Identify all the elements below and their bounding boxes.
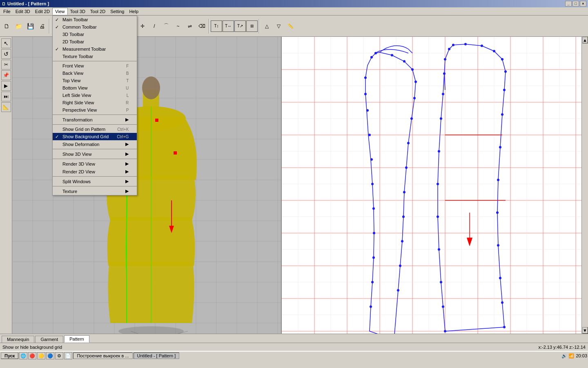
sidebar-measure[interactable]: 📐 [1,102,11,112]
toolbar-mirror[interactable]: ⇌ [184,20,196,32]
svg-point-74 [364,76,367,79]
svg-point-114 [444,330,446,332]
toolbar-erase[interactable]: ⌫ [196,20,207,32]
menu-transformation[interactable]: ✓ Transformation ▶ [53,116,137,123]
taskbar-item-cad[interactable]: Построение выкроек в ... [73,352,132,359]
menu-right-side-view[interactable]: ✓ Right Side View R [53,99,137,106]
taskbar-icon-6[interactable]: 📄 [64,352,72,359]
menu-texture-toolbar[interactable]: ✓ Texture Toolbar [53,53,137,60]
menu-edit3d[interactable]: Edit 3D [13,8,33,15]
svg-point-94 [413,97,416,99]
svg-point-89 [402,215,405,218]
toolbar-new[interactable]: 🗋 [1,20,12,32]
menu-front-view[interactable]: ✓ Front View F [53,62,137,70]
menu-main-toolbar[interactable]: ✓ Main Toolbar [53,16,137,23]
menu-2d-toolbar[interactable]: ✓ 2D Toolbar [53,38,137,45]
menu-setting[interactable]: Setting [108,8,127,15]
arrow-texture: ▶ [125,188,129,194]
scroll-up[interactable]: ▲ [582,37,588,43]
menu-tool3d[interactable]: Tool 3D [68,8,88,15]
menu-show-3d-view[interactable]: ✓ Show 3D View ▶ [53,150,137,158]
taskbar-icon-5[interactable]: ⚙ [55,352,63,359]
toolbar-bezier[interactable]: ~ [172,20,184,32]
svg-point-98 [391,54,393,56]
menubar: File Edit 3D Edit 2D View Tool 3D Tool 2… [0,7,588,16]
menu-show-grid-pattern[interactable]: ✓ Show Grid on Pattern Ctrl+K [53,126,137,133]
tab-mannequin[interactable]: Mannequin [2,336,34,343]
svg-point-105 [503,89,506,91]
svg-point-122 [442,93,444,95]
menu-help[interactable]: Help [127,8,141,15]
toolbar-save[interactable]: 💾 [24,20,36,32]
toolbar-print[interactable]: 🖨 [36,20,48,32]
taskbar-icon-browser[interactable]: 🌐 [19,352,27,359]
taskbar-time: 20:03 [576,353,587,358]
menu-back-view[interactable]: ✓ Back View B [53,70,137,77]
menu-render-2d-view[interactable]: ✓ Render 2D View ▶ [53,168,137,175]
statusbar: Show or hide background grid x:-2.13 y:4… [0,343,588,351]
menu-tool2d[interactable]: Tool 2D [88,8,108,15]
menu-3d-toolbar[interactable]: ✓ 3D Toolbar [53,31,137,38]
toolbar-line[interactable]: / [149,20,160,32]
sidebar-pin[interactable]: 📌 [1,70,11,80]
minimize-button[interactable]: _ [565,1,572,7]
svg-point-93 [410,117,413,120]
sidebar-simulate[interactable]: ▶ [1,81,11,91]
svg-point-83 [371,281,374,283]
scroll-down[interactable]: ▼ [582,327,588,334]
svg-point-107 [499,146,501,148]
view-dropdown-menu[interactable]: ✓ Main Toolbar ✓ Common Toolbar ✓ 3D Too… [52,16,137,195]
2d-view[interactable] [282,37,581,334]
start-button[interactable]: Пуск [1,352,18,359]
taskbar-icon-3[interactable]: 🟡 [37,352,45,359]
menu-divider-6 [53,176,137,177]
taskbar-icon-2[interactable]: 🔴 [28,352,36,359]
menu-show-deformation[interactable]: ✓ Show Deformation ▶ [53,140,137,148]
menu-label-common-toolbar: Common Toolbar [62,25,97,29]
sidebar-select[interactable]: ↖ [1,38,11,48]
toolbar-t2[interactable]: T↔ [223,20,234,32]
sidebar-sew[interactable]: ✂ [1,60,11,70]
svg-point-75 [364,93,367,95]
menu-bottom-view[interactable]: ✓ Bottom View U [53,84,137,92]
menu-top-view[interactable]: ✓ Top View T [53,77,137,84]
shortcut-left-side-view: L [127,93,129,98]
toolbar-open[interactable]: 📁 [13,20,24,32]
menu-perspective-view[interactable]: ✓ Perspective View P [53,106,137,114]
toolbar-t4[interactable]: ⊞ [246,20,258,32]
menu-split-windows[interactable]: ✓ Split Windows ▶ [53,177,137,185]
svg-point-29 [142,76,160,99]
sidebar-step[interactable]: ⏭ [1,92,11,101]
toolbar-cross[interactable]: ✛ [137,20,148,32]
menu-label-left-side-view: Left Side View [62,93,91,98]
sidebar-rotate[interactable]: ↺ [1,49,11,59]
menu-render-3d-view[interactable]: ✓ Render 3D View ▶ [53,160,137,168]
taskbar-icon-4[interactable]: 🔵 [46,352,54,359]
arrow-render-3d-view: ▶ [125,161,129,166]
taskbar-right: 🔊 📶 20:03 [561,353,587,359]
menu-show-background-grid[interactable]: ✓ Show Background Grid Ctrl+G [53,133,137,140]
menu-texture[interactable]: ✓ Texture ▶ [53,187,137,195]
statusbar-coords: x:-2.13 y:46.74 z:-12.14 [538,345,586,350]
taskbar-item-app[interactable]: Untitled - [ Pattern ] [134,352,180,359]
menu-common-toolbar[interactable]: ✓ Common Toolbar [53,23,137,31]
svg-point-79 [371,183,374,185]
menu-edit2d[interactable]: Edit 2D [33,8,52,15]
menu-label-main-toolbar: Main Toolbar [62,17,88,22]
menu-view[interactable]: View [52,8,68,15]
right-scrollbar[interactable]: ▲ ▼ [581,37,588,334]
tab-garment[interactable]: Garment [35,336,63,343]
toolbar-sep-3 [209,19,209,34]
close-button[interactable]: × [580,1,586,7]
toolbar-angle2[interactable]: ▽ [273,20,284,32]
toolbar-arc[interactable]: ⌒ [160,20,172,32]
toolbar-t1[interactable]: T↕ [211,20,222,32]
toolbar-ruler[interactable]: 📏 [285,20,296,32]
maximize-button[interactable]: □ [572,1,579,7]
toolbar-t3[interactable]: T↗ [234,20,246,32]
menu-measurement-toolbar[interactable]: ✓ Measurement Toolbar [53,45,137,53]
menu-left-side-view[interactable]: ✓ Left Side View L [53,92,137,99]
toolbar-angle1[interactable]: △ [261,20,272,32]
tab-pattern[interactable]: Pattern [64,335,89,343]
menu-file[interactable]: File [1,8,13,15]
